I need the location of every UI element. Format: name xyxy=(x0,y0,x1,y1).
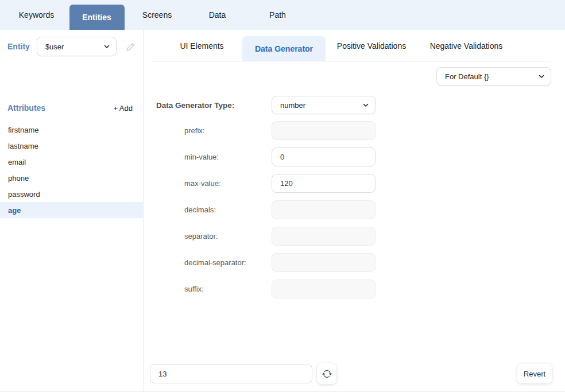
entity-row: Entity $user xyxy=(7,37,136,56)
tab-positive-validations[interactable]: Positive Validations xyxy=(326,30,417,61)
nav-tab-entities[interactable]: Entities xyxy=(69,5,125,30)
form-row-type: Data Generator Type: number xyxy=(144,96,565,114)
field-input-suffix[interactable] xyxy=(272,280,376,298)
tab-negative-validations[interactable]: Negative Validations xyxy=(417,30,515,61)
form-row-decimals: decimals: xyxy=(144,200,565,219)
pencil-icon xyxy=(126,42,136,52)
sidebar: Entity $user Attributes + Add firstname … xyxy=(0,30,144,391)
field-label-decimal-separator: decimal-separator: xyxy=(184,253,246,272)
form-row-max-value: max-value: xyxy=(144,174,565,193)
field-input-decimals[interactable] xyxy=(272,200,376,219)
field-label-max-value: max-value: xyxy=(184,174,221,193)
entity-label: Entity xyxy=(7,42,30,51)
nav-tab-keywords[interactable]: Keywords xyxy=(6,0,67,30)
nav-tab-screens[interactable]: Screens xyxy=(127,0,187,30)
chevron-down-icon xyxy=(103,43,110,50)
regenerate-button[interactable] xyxy=(317,363,336,384)
field-label-separator: separator: xyxy=(184,227,218,246)
body-row: Entity $user Attributes + Add firstname … xyxy=(0,30,565,391)
tab-data-generator[interactable]: Data Generator xyxy=(242,36,326,61)
field-input-prefix[interactable] xyxy=(272,121,376,140)
data-generator-type-select[interactable]: number xyxy=(272,96,376,114)
attribute-item-age[interactable]: age xyxy=(0,202,143,218)
scope-select[interactable]: For Default {} xyxy=(436,67,551,86)
attribute-item-phone[interactable]: phone xyxy=(0,170,143,186)
form-row-min-value: min-value: xyxy=(144,148,565,166)
field-label-decimals: decimals: xyxy=(184,200,216,219)
refresh-icon xyxy=(322,369,332,379)
attribute-item-firstname[interactable]: firstname xyxy=(0,122,143,138)
detail-tabs: UI Elements Data Generator Positive Vali… xyxy=(144,30,565,61)
attribute-item-lastname[interactable]: lastname xyxy=(0,138,143,154)
form-row-decimal-separator: decimal-separator: xyxy=(144,253,565,272)
preview-input[interactable] xyxy=(150,364,312,383)
field-label-prefix: prefix: xyxy=(184,121,204,140)
field-input-min-value[interactable] xyxy=(272,148,376,166)
chevron-down-icon xyxy=(538,73,545,80)
nav-tab-path[interactable]: Path xyxy=(247,0,308,30)
attribute-list: firstname lastname email phone password … xyxy=(0,92,143,218)
data-generator-type-value: number xyxy=(280,101,305,110)
attribute-item-password[interactable]: password xyxy=(0,186,143,202)
attribute-item-email[interactable]: email xyxy=(0,154,143,170)
field-label-suffix: suffix: xyxy=(184,280,204,298)
form-row-prefix: prefix: xyxy=(144,121,565,140)
app-window: Keywords Entities Screens Data Path Enti… xyxy=(0,0,565,392)
form-row-suffix: suffix: xyxy=(144,280,565,298)
data-generator-type-label: Data Generator Type: xyxy=(156,96,234,115)
edit-entity-button[interactable] xyxy=(126,42,136,52)
nav-tab-data[interactable]: Data xyxy=(187,0,247,30)
field-input-max-value[interactable] xyxy=(272,174,376,193)
chevron-down-icon xyxy=(362,102,369,108)
tab-ui-elements[interactable]: UI Elements xyxy=(161,30,242,61)
field-input-separator[interactable] xyxy=(272,227,376,246)
form-row-separator: separator: xyxy=(144,227,565,246)
main-panel: UI Elements Data Generator Positive Vali… xyxy=(144,30,565,391)
entity-select-value: $user xyxy=(45,42,64,51)
revert-button[interactable]: Revert xyxy=(517,364,552,383)
top-nav: Keywords Entities Screens Data Path xyxy=(0,0,565,30)
field-input-decimal-separator[interactable] xyxy=(272,253,376,272)
data-generator-content: For Default {} Data Generator Type: numb… xyxy=(144,61,565,391)
scope-select-value: For Default {} xyxy=(445,72,489,81)
entity-select[interactable]: $user xyxy=(37,37,117,56)
field-label-min-value: min-value: xyxy=(184,148,219,166)
data-generator-form: Data Generator Type: number prefix: min-… xyxy=(144,96,565,306)
